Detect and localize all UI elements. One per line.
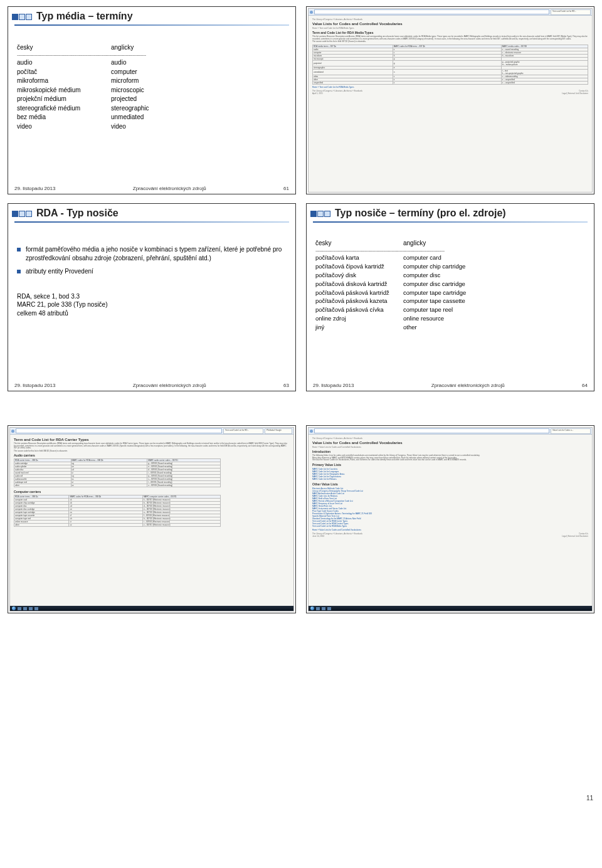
page-footer-right: Contact Us Legal | External Link Disclai… — [562, 532, 588, 537]
col-english: anglicky — [111, 43, 205, 52]
browser-tab[interactable]: Překladač Google — [265, 428, 292, 434]
table-row: otherszz – 007/01 (Sound recording) — [14, 484, 221, 487]
slide-64: Typ nosiče – termíny (pro el. zdroje) če… — [306, 203, 594, 391]
address-bar[interactable] — [314, 9, 549, 14]
terms-table: audioaudiopočítačcomputermikroformamicro… — [17, 58, 287, 130]
page-h2: Term and Code List for RDA Media Types — [312, 31, 588, 34]
term-en: computer disc — [403, 272, 491, 280]
page-h1: Value Lists for Codes and Controlled Voc… — [312, 22, 588, 26]
table-row: unmediatednt – text k – non-projected gr… — [313, 69, 588, 75]
windows-taskbar[interactable] — [309, 606, 592, 611]
slide-66: Value Lists for Codes a... The Library o… — [306, 425, 594, 613]
breadcrumb2: Home » Value Lists for Codes and Control… — [312, 446, 588, 448]
browser-back-icon[interactable] — [310, 11, 313, 14]
taskbar-icon[interactable] — [316, 607, 320, 610]
bullet-text: atributy entity Provedení — [26, 267, 93, 276]
intro-text: This list contains Resource Description … — [14, 443, 290, 450]
term-cz: počítačová disková kartridž — [315, 280, 403, 288]
footer-mid: Zpracování elektronických zdrojů — [133, 383, 206, 388]
taskbar-icon[interactable] — [29, 607, 33, 610]
term-cz: počítač — [17, 68, 111, 77]
term-en: computer tape reel — [403, 306, 491, 314]
term-cz: počítačová čipová kartridž — [315, 263, 403, 271]
footer-num: 63 — [283, 383, 289, 388]
page-footer-left: The Library of Congress » Librarians, Ar… — [312, 532, 362, 537]
slide-content: formát paměťového média a jeho nosiče v … — [8, 223, 295, 324]
bullet-icon — [17, 270, 21, 273]
start-button-icon[interactable] — [310, 606, 314, 610]
page-h1: Term and Code List for RDA Carrier Types — [14, 438, 290, 442]
bullet-item: formát paměťového média a jeho nosiče v … — [17, 245, 287, 262]
table-row: projectedgg – projected graphic m – moti… — [313, 60, 588, 66]
term-en: computer chip cartridge — [403, 263, 491, 271]
taskbar-icon[interactable] — [23, 607, 27, 610]
ref-line: RDA, sekce 1, bod 3.3 — [17, 292, 287, 301]
taskbar-icon[interactable] — [322, 607, 325, 610]
title-text: RDA - Typ nosiče — [36, 208, 119, 219]
browser-back-icon[interactable] — [310, 430, 313, 433]
slide-title: RDA - Typ nosiče — [8, 204, 295, 220]
browser-chrome: Term and Code List for RD... — [309, 9, 592, 16]
term-en: computer disc cartridge — [403, 280, 491, 288]
title-decor-icon — [12, 11, 33, 22]
slide-content: česky anglicky -------------------------… — [8, 26, 295, 137]
term-en: other — [403, 324, 491, 332]
col-czech: česky — [315, 239, 403, 248]
section-audio: Audio carriers — [14, 453, 290, 457]
taskbar-icon[interactable] — [34, 607, 38, 610]
taskbar-icon[interactable] — [327, 607, 331, 610]
dash-separator: ----------------------------------------… — [17, 52, 287, 59]
slide-title: Typ nosiče – termíny (pro el. zdroje) — [307, 204, 594, 220]
other-list: Electronic Access Methods Code ListLibra… — [312, 487, 588, 527]
term-en: video — [111, 122, 205, 131]
term-cz: online zdroj — [315, 315, 403, 323]
term-en: computer tape cartridge — [403, 289, 491, 297]
section-primary: Primary Value Lists — [312, 463, 588, 467]
term-en: microscopic — [111, 86, 205, 95]
term-cz: mikroskopické médium — [17, 86, 111, 95]
taskbar-icon[interactable] — [18, 607, 21, 610]
term-en: online resource — [403, 315, 491, 323]
term-cz: počítačová pásková kartridž — [315, 289, 403, 297]
page-body: The Library of Congress » Librarians, Ar… — [309, 435, 592, 539]
section-intro: Introduction — [312, 450, 588, 453]
list-link[interactable]: Term and Code List for RDA Media Types — [312, 525, 347, 527]
breadcrumb: The Library of Congress » Librarians, Ar… — [312, 437, 588, 440]
term-cz: mikroforma — [17, 77, 111, 85]
footer-num: 61 — [283, 186, 289, 191]
page-body: The Library of Congress » Librarians, Ar… — [309, 16, 592, 97]
term-cz: audio — [17, 58, 111, 67]
slide-65: Term and Code List for RD... Překladač G… — [8, 425, 296, 613]
terms-table: počítačová kartacomputer cardpočítačová … — [315, 254, 585, 331]
source-line: The source code for this list in field 3… — [14, 450, 290, 453]
browser-tab[interactable]: Term and Code List for RD... — [551, 9, 591, 15]
term-cz: počítačový disk — [315, 272, 403, 280]
browser-tab[interactable]: Term and Code List for RD... — [223, 428, 263, 434]
windows-taskbar[interactable] — [10, 606, 293, 611]
back-link[interactable]: Home » Term and Code List for RDA Media … — [312, 87, 588, 89]
term-cz: video — [17, 122, 111, 131]
section-other: Other Value Lists — [312, 482, 588, 486]
term-cz: stereografické médium — [17, 104, 111, 113]
browser-back-icon[interactable] — [11, 430, 14, 433]
ref-line: celkem 48 atributů — [17, 309, 287, 318]
term-cz: počítačová karta — [315, 254, 403, 262]
footer-num: 64 — [582, 383, 588, 388]
address-bar[interactable] — [314, 428, 549, 433]
page-body: Term and Code List for RDA Carrier Types… — [10, 435, 293, 533]
address-bar[interactable] — [16, 428, 222, 433]
term-en: computer — [111, 68, 205, 77]
slide-footer: 29. listopadu 2013 Zpracování elektronic… — [307, 383, 594, 388]
bullet-item: atributy entity Provedení — [17, 267, 287, 276]
start-button-icon[interactable] — [12, 606, 16, 610]
footer-mid: Zpracování elektronických zdrojů — [431, 383, 505, 388]
footer-date: 29. listopadu 2013 — [313, 383, 354, 388]
intro-text: This list contains Resource Description … — [312, 36, 588, 40]
list-link[interactable]: MARC Code List for Relators — [312, 478, 337, 480]
browser-tab[interactable]: Value Lists for Codes a... — [551, 428, 591, 434]
slide-title: Typ média – termíny — [8, 7, 295, 23]
terms-header: česky anglicky — [17, 43, 287, 52]
term-cz: jiný — [315, 324, 403, 332]
back-link[interactable]: Home » Value Lists for Codes and Control… — [312, 529, 588, 532]
breadcrumb2: Home » Term and Code List for RDA Media … — [312, 27, 588, 29]
